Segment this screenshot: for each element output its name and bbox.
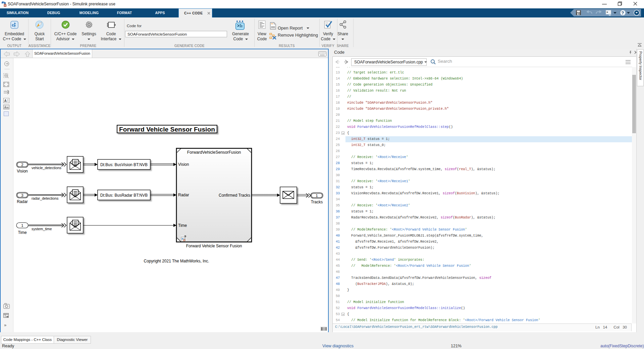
svg-text:Time: Time [178, 223, 187, 228]
svg-text:Forward Vehicle Sensor Fusion: Forward Vehicle Sensor Fusion [186, 244, 242, 248]
svg-text:Radar: Radar [178, 193, 189, 197]
svg-text:ForwardVehicleSensorFusion: ForwardVehicleSensorFusion [187, 150, 241, 155]
svg-text:Vision: Vision [17, 169, 28, 173]
svg-text:»: » [4, 322, 6, 328]
svg-text:vehicle_detections: vehicle_detections [32, 166, 61, 170]
svg-text:Time: Time [18, 230, 27, 235]
svg-text:?: ? [622, 10, 624, 15]
svg-text:Radar: Radar [17, 199, 28, 204]
svg-text:3: 3 [21, 193, 23, 197]
svg-text:Tracks: Tracks [311, 200, 323, 204]
svg-text:Confirmed Tracks: Confirmed Tracks [219, 193, 250, 198]
svg-text:Vision: Vision [178, 162, 189, 167]
svg-text:Dt:Bus: BusRadar BT:NVB: Dt:Bus: BusRadar BT:NVB [100, 193, 148, 198]
svg-text:Dt:Bus: BusVision BT:NVB: Dt:Bus: BusVision BT:NVB [100, 162, 148, 167]
svg-text:1: 1 [21, 223, 23, 228]
svg-text:system_time: system_time [32, 227, 52, 231]
svg-text:radar_detections: radar_detections [32, 196, 59, 200]
svg-text:2: 2 [21, 163, 23, 167]
svg-text:»: » [606, 10, 608, 14]
svg-text:c: c [12, 22, 14, 28]
svg-text:1: 1 [316, 194, 318, 198]
svg-text:A: A [4, 99, 7, 103]
svg-text:Forward Vehicle Sensor Fusion: Forward Vehicle Sensor Fusion [119, 126, 215, 133]
svg-text:Copyright 2021 The MathWorks,: Copyright 2021 The MathWorks, Inc. [144, 259, 209, 263]
